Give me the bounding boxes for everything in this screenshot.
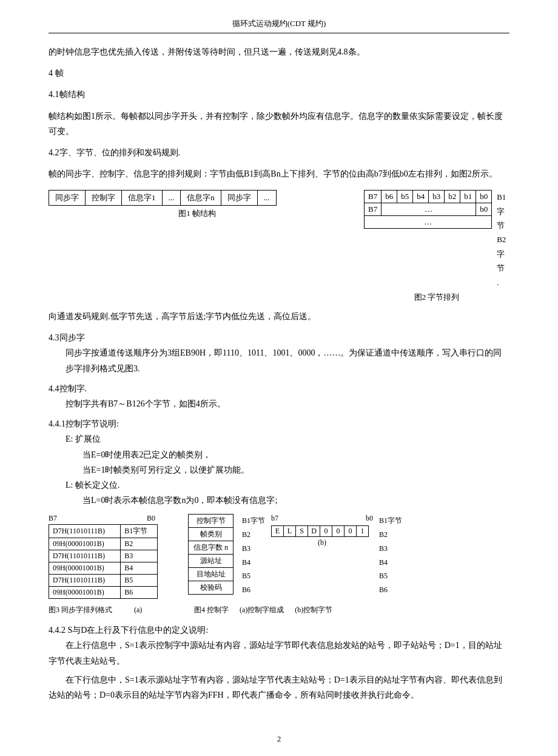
byte-arrangement-table: B7 b6 b5 b4 b3 b2 b1 b0 B7 … b0 xyxy=(364,190,492,229)
els-section: b7 b0 E L S D 0 0 0 xyxy=(271,514,402,597)
fig3-cell-b4: B4 xyxy=(121,562,158,575)
byte-b7: B7 xyxy=(365,191,382,203)
ctrl-cell-src: 源站址 xyxy=(189,555,234,568)
sec41-title: 4.1帧结构 xyxy=(49,87,509,102)
els-cell-0a: 0 xyxy=(320,526,332,537)
para1-block: 的时钟信息字也优先插入传送，并附传送等待时间，但只送一遍，传送规则见4.8条。 xyxy=(49,44,509,59)
fig3-header-b7: B7 xyxy=(49,514,57,523)
fig3-cell-b1: B1字节 xyxy=(121,525,158,538)
page-footer: 2 xyxy=(0,734,558,744)
frame-cell-infon: 信息字n xyxy=(181,191,221,206)
L-label: L: 帧长定义位. xyxy=(66,478,509,493)
table-row: 目地站址 xyxy=(189,568,234,581)
ctrl-right-b-labels: B1字节 B2 B3 B4 B5 B6 xyxy=(379,514,402,597)
frame-cell-sync2: 同步字 xyxy=(221,191,257,206)
fig3-caption: 图3 同步字排列格式 (a) xyxy=(49,605,182,615)
E-label: E: 扩展位 xyxy=(66,431,509,447)
table-row: 09H(00001001B) B4 xyxy=(49,562,158,575)
byte-row2-b7: B7 xyxy=(365,203,382,216)
table-row: 09H(00001001B) B6 xyxy=(49,587,158,599)
ctrl-right-b3: B3 xyxy=(379,542,402,556)
fig3-cell-09h-1: 09H(00001001B) xyxy=(49,538,121,550)
byte-row2-b0: b0 xyxy=(476,203,492,216)
table-row: D7H(11010111B) B5 xyxy=(49,575,158,587)
sec44-title: 4.4控制字. xyxy=(49,381,509,396)
sec43-block: 4.3同步字 同步字按通道传送顺序分为3组EB90H，即1110、1011、10… xyxy=(49,330,509,376)
fig3-cell-d7h-2: D7H(11010111B) xyxy=(49,550,121,562)
byte-b2: b2 xyxy=(445,191,460,203)
fig3-header-b0: B0 xyxy=(147,514,155,523)
sec44-text: 控制字共有B7～B126个字节，如图4所示。 xyxy=(66,396,509,411)
ctrl-b4-label: B4 xyxy=(242,556,265,570)
sec442-title: 4.4.2 S与D在上行及下行信息中的定义说明: xyxy=(49,623,509,638)
sec441-title: 4.4.1控制字节说明: xyxy=(49,416,509,431)
fig2-table-container: B7 b6 b5 b4 b3 b2 b1 b0 B7 … b0 xyxy=(364,190,492,229)
fig2-label-b1: B1字节 xyxy=(497,190,509,232)
frame-cell-ellipsis2: ... xyxy=(257,191,276,206)
fig3-cell-d7h-1: D7H(11010111B) xyxy=(49,525,121,538)
sec442-para2: 在下行信息中，S=1表示源站址字节有内容，源站址字节代表主站站号；D=1表示目的… xyxy=(49,672,509,703)
page-header: 循环式运动规约(CDT 规约) xyxy=(49,18,509,33)
byte-b1: b1 xyxy=(460,191,476,203)
fig1-caption: 图1 帧结构 xyxy=(49,208,346,219)
ctrl-cell-label: 控制字节 xyxy=(189,515,234,528)
ctrl-b6-label: B6 xyxy=(242,583,265,597)
fig3-sub-a: (a) xyxy=(134,606,142,614)
els-cell-0c: 0 xyxy=(345,526,357,537)
header-title: 循环式运动规约(CDT 规约) xyxy=(232,19,326,28)
sec42-title: 4.2字、字节、位的排列和发码规则. xyxy=(49,145,509,160)
table-row: 09H(00001001B) B2 xyxy=(49,538,158,550)
fig3-cell-b5: B5 xyxy=(121,575,158,587)
sec42-text: 帧的同步字、控制字、信息字的排列规则：字节由低B1到高Bn上下排列、字节的位由高… xyxy=(49,166,509,181)
fig2-label-b2: B2字节 xyxy=(497,232,509,275)
sec4-title: 4 帧 xyxy=(49,66,509,81)
els-cell-1: 1 xyxy=(357,526,369,537)
els-table: E L S D 0 0 0 1 xyxy=(271,525,369,537)
byte-b5: b5 xyxy=(397,191,413,203)
fig4-area: 控制字节 帧类别 信息字数 n 源站址 目地站址 校验码 xyxy=(188,514,509,597)
byte-b4: b4 xyxy=(413,191,429,203)
table-row: D7H(11010111B) B1字节 xyxy=(49,525,158,538)
sec43-title: 4.3同步字 xyxy=(49,330,509,345)
fig4-caption-area: 图4 控制字 (a)控制字组成 (b)控制字节 xyxy=(194,605,509,615)
page-number: 2 xyxy=(277,734,281,743)
byte-row3-dots: … xyxy=(365,216,492,229)
fig2-labels: B1字节 B2字节 . xyxy=(497,190,509,289)
fig2-row: B7 b6 b5 b4 b3 b2 b1 b0 B7 … b0 xyxy=(364,190,509,289)
frame-cell-ctrl: 控制字 xyxy=(86,191,122,206)
frame-cell-ellipsis1: ... xyxy=(162,191,181,206)
table-row: 信息字数 n xyxy=(189,541,234,555)
els-cell-0b: 0 xyxy=(332,526,345,537)
para1-text: 的时钟信息字也优先插入传送，并附传送等待时间，但只送一遍，传送规则见4.8条。 xyxy=(49,47,365,56)
byte-b3: b3 xyxy=(429,191,445,203)
ctrl-b1-label: B1字节 xyxy=(242,514,265,528)
figures-row-1: 同步字 控制字 信息字1 ... 信息字n 同步字 ... 图1 帧结构 xyxy=(49,190,509,303)
sec441-block: 4.4.1控制字节说明: E: 扩展位 当E=0时使用表2已定义的帧类别， 当E… xyxy=(49,416,509,508)
sec44-block: 4.4控制字. 控制字共有B7～B126个字节，如图4所示。 xyxy=(49,381,509,411)
ctrl-b-labels: B1字节 B2 B3 B4 B5 B6 xyxy=(242,514,265,597)
els-sub-b: (b) xyxy=(271,538,373,547)
fig3-cell-d7h-3: D7H(11010111B) xyxy=(49,575,121,587)
fig2-caption: 图2 字节排列 xyxy=(364,292,509,303)
ctrl-right-b6: B6 xyxy=(379,583,402,597)
ctrl-right-b2: B2 xyxy=(379,528,402,542)
ctrl-b2-label: B2 xyxy=(242,528,265,542)
fig3-cell-09h-2: 09H(00001001B) xyxy=(49,562,121,575)
sec442-block: 4.4.2 S与D在上行及下行信息中的定义说明: 在上行信息中，S=1表示控制字… xyxy=(49,623,509,703)
table-row: D7H(11010111B) B3 xyxy=(49,550,158,562)
fig4-sub-b: (b)控制字节 xyxy=(295,606,332,614)
ctrl-word-table: 控制字节 帧类别 信息字数 n 源站址 目地站址 校验码 xyxy=(188,514,234,595)
fig2-label-dot: . xyxy=(497,275,509,289)
E-text2: 当E=1时帧类别可另行定义，以便扩展功能。 xyxy=(82,462,509,478)
fig3-header: B7 B0 xyxy=(49,514,182,523)
ctrl-right-b1: B1字节 xyxy=(379,514,402,528)
fig4-ctrl-table-wrap: 控制字节 帧类别 信息字数 n 源站址 目地站址 校验码 xyxy=(188,514,234,597)
fig3-area: B7 B0 D7H(11010111B) B1字节 09H(00001001B)… xyxy=(49,514,182,599)
ctrl-b5-label: B5 xyxy=(242,569,265,583)
els-cell-L: L xyxy=(284,526,296,537)
table-row: 源站址 xyxy=(189,555,234,568)
fig3-cell-b2: B2 xyxy=(121,538,158,550)
byte-row2-dots: … xyxy=(382,203,476,216)
els-b0: b0 xyxy=(366,514,373,523)
table-row: 控制字节 xyxy=(189,515,234,528)
